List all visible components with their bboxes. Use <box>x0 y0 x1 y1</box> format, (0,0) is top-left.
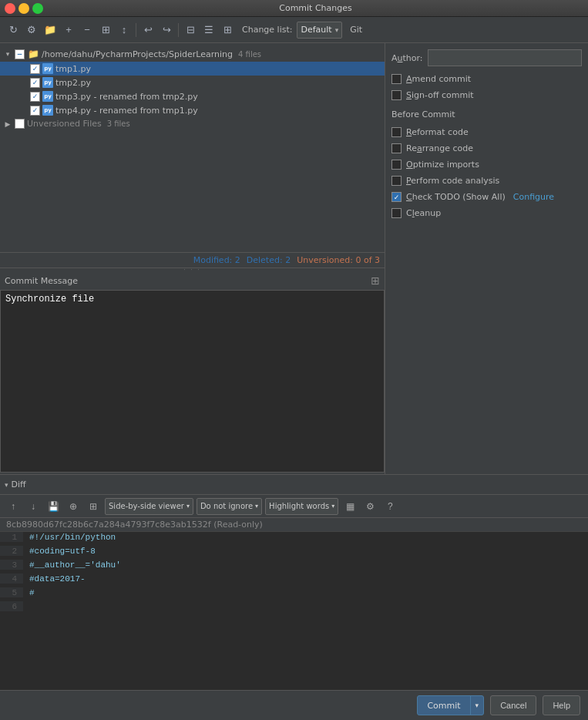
configure-link[interactable]: Configure <box>513 192 554 202</box>
root-path: /home/dahu/PycharmProjects/SpiderLearnin… <box>42 49 233 59</box>
reformat-checkbox[interactable] <box>391 127 402 137</box>
cancel-button[interactable]: Cancel <box>490 695 536 715</box>
rearrange-checkbox[interactable] <box>391 143 402 153</box>
file-checkbox-tmp4[interactable] <box>30 106 40 116</box>
move-down-button[interactable]: ↕ <box>116 22 133 39</box>
diff-line-5: 5 # <box>0 587 588 601</box>
python-file-icon: py <box>42 105 53 116</box>
toolbar: ↻ ⚙ 📁 + − ⊞ ↕ ↩ ↪ ⊟ ☰ ⊞ Change list: Def… <box>0 17 588 43</box>
add-button[interactable]: 📁 <box>42 22 59 39</box>
line-number: 3 <box>0 560 23 570</box>
ignore-label: Do not ignore <box>200 502 253 510</box>
diff-button[interactable]: ⊟ <box>182 22 199 39</box>
ignore-dropdown[interactable]: Do not ignore ▾ <box>197 498 262 515</box>
diff-settings-button[interactable]: ▦ <box>341 498 358 515</box>
optimize-checkbox[interactable] <box>391 160 402 170</box>
file-item-tmp3[interactable]: py tmp3.py - renamed from tmp2.py <box>0 89 385 103</box>
root-checkbox[interactable] <box>15 49 25 59</box>
diff-collapse-icon[interactable]: ▾ <box>5 481 8 489</box>
amend-commit-row: Amend commit <box>391 72 582 86</box>
diff-content[interactable]: 1 #!/usr/bin/python 2 #coding=utf-8 3 #_… <box>0 532 588 690</box>
expand-button[interactable]: ☰ <box>200 22 217 39</box>
window-title: Commit Changes <box>48 3 583 13</box>
deleted-status: Deleted: 2 <box>247 255 291 265</box>
commit-dropdown-arrow-icon[interactable]: ▾ <box>471 696 484 715</box>
file-checkbox-tmp3[interactable] <box>30 92 40 102</box>
side-by-side-dropdown[interactable]: Side-by-side viewer ▾ <box>105 498 193 515</box>
before-commit-label: Before Commit <box>391 109 582 119</box>
file-checkbox-tmp2[interactable] <box>30 78 40 88</box>
help-button[interactable]: Help <box>543 695 580 715</box>
amend-commit-checkbox[interactable] <box>391 74 402 84</box>
left-panel: ▾ 📁 /home/dahu/PycharmProjects/SpiderLea… <box>0 43 385 474</box>
diff-toolbar: ↑ ↓ 💾 ⊕ ⊞ Side-by-side viewer ▾ Do not i… <box>0 495 588 518</box>
line-content: #__author__='dahu' <box>23 560 588 570</box>
python-file-icon: py <box>42 77 53 88</box>
file-item-tmp2[interactable]: py tmp2.py <box>0 76 385 89</box>
commit-button[interactable]: Commit ▾ <box>417 695 484 715</box>
signoff-commit-row: Sign-off commit <box>391 89 582 102</box>
line-content <box>23 601 588 602</box>
unversioned-checkbox[interactable] <box>15 119 25 129</box>
rearrange-label: Rearrange code <box>406 143 473 153</box>
highlight-dropdown[interactable]: Highlight words ▾ <box>265 498 338 515</box>
todo-checkbox[interactable] <box>391 192 402 202</box>
dropdown-arrow-icon: ▾ <box>335 26 339 34</box>
commit-button-label[interactable]: Commit <box>418 696 470 715</box>
title-bar: Commit Changes <box>0 0 588 17</box>
analyze-checkbox[interactable] <box>391 176 402 186</box>
undo-button[interactable]: ↩ <box>139 22 156 39</box>
diff-expand-button[interactable]: ⊞ <box>85 498 102 515</box>
diff-label: Diff <box>12 479 26 490</box>
separator2 <box>178 23 179 37</box>
commit-message-input[interactable] <box>0 290 385 473</box>
diff-copy-button[interactable]: ⊕ <box>65 498 82 515</box>
optimize-row: Optimize imports <box>391 158 582 171</box>
minimize-button[interactable] <box>18 3 29 14</box>
settings-button[interactable]: ⚙ <box>23 22 40 39</box>
move-up-button[interactable]: ⊞ <box>97 22 114 39</box>
diff-next-button[interactable]: ↓ <box>25 498 42 515</box>
diff-file-hash: 8cb8980d67fc28b6c7a284a4793f7c8e3ab1532f… <box>6 520 263 530</box>
diff-gear-button[interactable]: ⚙ <box>361 498 378 515</box>
collapse-button[interactable]: ⊞ <box>219 22 236 39</box>
python-file-icon: py <box>42 63 53 74</box>
commit-message-label: Commit Message <box>5 276 78 286</box>
modified-status: Modified: 2 <box>193 255 240 265</box>
author-row: Author: <box>391 49 582 66</box>
changelist-dropdown[interactable]: Default ▾ <box>297 22 342 39</box>
author-input[interactable] <box>428 49 582 66</box>
root-folder-item[interactable]: ▾ 📁 /home/dahu/PycharmProjects/SpiderLea… <box>0 46 385 62</box>
file-name-tmp1: tmp1.py <box>55 64 91 74</box>
file-name-tmp2: tmp2.py <box>55 78 91 88</box>
remove-button[interactable]: − <box>79 22 96 39</box>
dropdown-arrow-icon: ▾ <box>255 503 258 510</box>
todo-label: Check TODO (Show All) <box>406 192 506 202</box>
analyze-label: Perform code analysis <box>406 176 499 186</box>
file-item-tmp1[interactable]: py tmp1.py <box>0 62 385 76</box>
reformat-label: Reformat code <box>406 127 469 137</box>
git-tab[interactable]: Git <box>350 25 362 35</box>
todo-row: Check TODO (Show All) Configure <box>391 190 582 204</box>
bottom-bar: Commit ▾ Cancel Help <box>0 690 588 720</box>
file-checkbox-tmp1[interactable] <box>30 64 40 74</box>
redo-button[interactable]: ↪ <box>158 22 175 39</box>
diff-save-button[interactable]: 💾 <box>45 498 62 515</box>
cleanup-checkbox[interactable] <box>391 208 402 218</box>
new-changelist-button[interactable]: + <box>60 22 77 39</box>
commit-message-options-icon[interactable]: ⊞ <box>371 274 380 287</box>
file-item-tmp4[interactable]: py tmp4.py - renamed from tmp1.py <box>0 103 385 117</box>
diff-prev-button[interactable]: ↑ <box>5 498 22 515</box>
diff-help-button[interactable]: ? <box>381 498 398 515</box>
unversioned-label: Unversioned Files <box>27 119 102 129</box>
unversioned-item[interactable]: ▶ Unversioned Files 3 files <box>0 117 385 130</box>
maximize-button[interactable] <box>32 3 43 14</box>
window-controls <box>5 3 43 14</box>
close-button[interactable] <box>5 3 15 14</box>
line-content: #coding=utf-8 <box>23 546 588 556</box>
signoff-commit-checkbox[interactable] <box>391 90 402 100</box>
refresh-button[interactable]: ↻ <box>5 22 22 39</box>
diff-line-3: 3 #__author__='dahu' <box>0 560 588 574</box>
diff-title-label: Diff <box>12 479 26 490</box>
file-name-tmp4: tmp4.py - renamed from tmp1.py <box>55 106 198 116</box>
